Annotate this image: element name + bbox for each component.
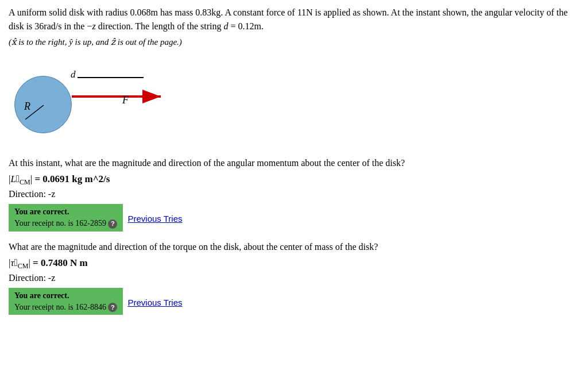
question-1-text: At this instant, what are the magnitude … [9, 156, 579, 170]
q1-correct-box: You are correct. Your receipt no. is 162… [9, 204, 123, 231]
q2-prev-tries-link[interactable]: Previous Tries [127, 298, 182, 307]
q2-correct-title: You are correct. [14, 290, 117, 302]
d-label: d [71, 69, 76, 80]
q1-answer-magnitude: |L⃗CM| = 0.0691 kg m^2/s [9, 173, 579, 187]
q2-info-icon[interactable]: ? [108, 303, 117, 312]
q1-direction: Direction: -z [9, 189, 579, 199]
problem-intro: A uniform solid disk with radius 0.068m … [9, 6, 579, 33]
q2-answer-magnitude: |τ⃗CM| = 0.7480 N m [9, 257, 579, 271]
q1-prev-tries-link[interactable]: Previous Tries [127, 214, 182, 223]
d-line [78, 77, 144, 78]
q2-direction: Direction: -z [9, 273, 579, 283]
q1-receipt-text: Your receipt no. is 162-2859 ? [14, 218, 117, 229]
q2-receipt-text: Your receipt no. is 162-8846 ? [14, 302, 117, 313]
q1-info-icon[interactable]: ? [108, 219, 117, 229]
diagram: d R F [9, 53, 204, 151]
q2-correct-box: You are correct. Your receipt no. is 162… [9, 288, 123, 315]
radius-line [15, 76, 71, 133]
q1-receipt-row: You are correct. Your receipt no. is 162… [9, 204, 579, 233]
f-label: F [122, 94, 129, 106]
q1-correct-title: You are correct. [14, 206, 117, 218]
coord-note: (x̂ is to the right, ŷ is up, and ẑ is o… [9, 37, 579, 47]
r-label: R [24, 101, 30, 113]
question-2-text: What are the magnitude and direction of … [9, 240, 579, 254]
q2-receipt-row: You are correct. Your receipt no. is 162… [9, 288, 579, 317]
disk-circle: R [14, 76, 72, 133]
